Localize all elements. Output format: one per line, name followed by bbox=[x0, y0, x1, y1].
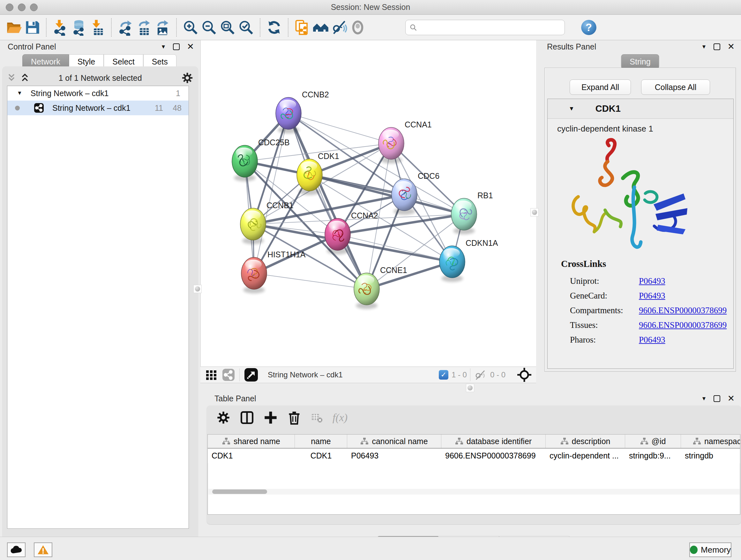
node-label: CDKN1A bbox=[466, 239, 498, 247]
search-input[interactable] bbox=[420, 23, 561, 32]
panel-close-icon[interactable]: ✕ bbox=[727, 394, 735, 403]
panel-close-icon[interactable]: ✕ bbox=[187, 43, 194, 51]
crosslink-link[interactable]: P06493 bbox=[639, 291, 665, 301]
node-table: shared namenamecanonical namedatabase id… bbox=[207, 434, 740, 515]
birds-eye-view-icon[interactable] bbox=[517, 368, 532, 382]
column-header[interactable]: canonical name bbox=[347, 435, 441, 448]
zoom-fit-button[interactable] bbox=[218, 18, 237, 37]
crosslink-link[interactable]: 9606.ENSP00000378699 bbox=[639, 306, 727, 315]
create-column-plus-icon[interactable] bbox=[264, 411, 278, 425]
network-edge[interactable] bbox=[254, 113, 288, 273]
column-header[interactable]: @id bbox=[625, 435, 681, 448]
panel-collapse-icon[interactable]: ▼ bbox=[701, 44, 707, 50]
panel-float-icon[interactable] bbox=[173, 44, 180, 50]
column-header[interactable]: database identifier bbox=[441, 435, 546, 448]
open-session-button[interactable] bbox=[4, 18, 23, 37]
save-session-button[interactable] bbox=[23, 18, 42, 37]
export-network-button[interactable] bbox=[116, 18, 135, 37]
column-header-label: shared name bbox=[233, 437, 280, 446]
column-header[interactable]: namespace bbox=[681, 435, 740, 448]
network-view-toolbar: String Network – cdk1 ✓ 1 - 0 0 - 0 bbox=[200, 367, 536, 383]
delete-table-icon[interactable] bbox=[311, 411, 323, 425]
column-header[interactable]: name bbox=[295, 435, 347, 448]
window-close-button[interactable] bbox=[6, 3, 13, 11]
collection-caret-icon[interactable]: ▼ bbox=[17, 90, 22, 97]
copy-network-pages-icon bbox=[294, 19, 311, 36]
table-options-gear-icon[interactable] bbox=[216, 411, 230, 425]
open-cytoscape-web-button[interactable] bbox=[293, 18, 312, 37]
cybrowser-home-button[interactable] bbox=[312, 18, 330, 37]
table-row[interactable]: CDK1CDK1P064939606.ENSP00000378699cyclin… bbox=[208, 449, 740, 463]
panel-float-icon[interactable] bbox=[714, 395, 720, 402]
network-node[interactable]: HIST1H1A bbox=[241, 250, 306, 294]
zoom-out-button[interactable] bbox=[200, 18, 218, 37]
panel-close-icon[interactable]: ✕ bbox=[727, 43, 735, 51]
import-network-file-button[interactable] bbox=[51, 18, 70, 37]
memory-button[interactable]: Memory bbox=[689, 543, 731, 557]
network-node[interactable]: CCNB2 bbox=[276, 90, 329, 133]
node-label: CCNE1 bbox=[380, 266, 407, 274]
network-edge[interactable] bbox=[254, 273, 367, 289]
apply-layout-button[interactable] bbox=[265, 18, 283, 37]
status-bar: Memory bbox=[0, 537, 741, 560]
network-node[interactable]: CDKN1A bbox=[440, 239, 498, 282]
network-node[interactable]: CDK1 bbox=[297, 152, 339, 195]
export-image-button[interactable] bbox=[153, 18, 172, 37]
network-node[interactable]: CDC25B bbox=[232, 138, 290, 181]
crosslink-link[interactable]: P06493 bbox=[639, 335, 665, 345]
warnings-button[interactable] bbox=[34, 543, 52, 557]
show-columns-icon[interactable] bbox=[240, 411, 254, 425]
window-minimize-button[interactable] bbox=[18, 3, 25, 11]
search-field[interactable] bbox=[405, 20, 565, 35]
toggle-graphics-details-button[interactable] bbox=[330, 18, 348, 37]
table-horizontal-scrollbar[interactable] bbox=[208, 489, 740, 495]
panel-float-icon[interactable] bbox=[714, 44, 720, 50]
window-zoom-button[interactable] bbox=[30, 3, 38, 11]
selected-indicator-checkbox[interactable]: ✓ bbox=[439, 370, 448, 380]
network-node[interactable]: CCNE1 bbox=[354, 266, 407, 309]
network-view-area: CCNB2CCNA1CDC25BCDK1CDC6RB1CCNB1CCNA2CDK… bbox=[200, 40, 536, 388]
table-cell: CDK1 bbox=[208, 449, 295, 463]
gene-header[interactable]: ▼ CDK1 bbox=[548, 99, 733, 119]
column-header[interactable]: description bbox=[546, 435, 625, 448]
help-button[interactable]: ? bbox=[580, 18, 598, 37]
export-table-button[interactable] bbox=[135, 18, 153, 37]
network-node[interactable]: RB1 bbox=[451, 191, 493, 234]
network-edge[interactable] bbox=[288, 113, 391, 143]
cloud-status-button[interactable] bbox=[7, 543, 25, 557]
network-collection-row[interactable]: ▼ String Network – cdk1 1 bbox=[7, 86, 189, 101]
zoom-selected-button[interactable] bbox=[237, 18, 255, 37]
expand-all-button[interactable]: Expand All bbox=[569, 79, 631, 95]
network-edge[interactable] bbox=[367, 262, 452, 289]
show-hide-panels-button[interactable] bbox=[348, 18, 367, 37]
zoom-in-button[interactable] bbox=[181, 18, 200, 37]
function-builder-icon[interactable]: f(x) bbox=[333, 412, 347, 424]
double-home-icon bbox=[313, 19, 329, 36]
import-table-file-button[interactable] bbox=[88, 18, 107, 37]
titlebar: Session: New Session bbox=[0, 0, 741, 15]
column-header[interactable]: shared name bbox=[208, 435, 295, 448]
gene-caret-icon[interactable]: ▼ bbox=[569, 105, 575, 112]
grid-view-icon[interactable] bbox=[205, 368, 218, 381]
panel-collapse-icon[interactable]: ▼ bbox=[701, 396, 707, 401]
network-canvas[interactable]: CCNB2CCNA1CDC25BCDK1CDC6RB1CCNB1CCNA2CDK… bbox=[200, 40, 536, 367]
tab-string[interactable]: String bbox=[621, 54, 659, 69]
network-row[interactable]: String Network – cdk1 11 48 bbox=[7, 101, 189, 115]
results-panel-title: Results Panel bbox=[547, 42, 596, 51]
crosslink-link[interactable]: P06493 bbox=[639, 276, 665, 286]
delete-column-trash-icon[interactable] bbox=[287, 411, 301, 425]
bottom-splitter-handle[interactable] bbox=[466, 384, 474, 392]
open-external-icon[interactable] bbox=[244, 368, 258, 382]
share-view-icon[interactable] bbox=[222, 368, 235, 381]
network-edge[interactable] bbox=[288, 113, 367, 289]
left-splitter-handle[interactable] bbox=[193, 285, 202, 293]
scrollbar-thumb[interactable] bbox=[212, 489, 267, 494]
import-network-database-button[interactable] bbox=[70, 18, 88, 37]
node-label: CDK1 bbox=[318, 152, 339, 161]
collection-count: 1 bbox=[176, 89, 180, 98]
crosslink-link[interactable]: 9606.ENSP00000378699 bbox=[639, 320, 727, 330]
collapse-all-button[interactable]: Collapse All bbox=[641, 79, 710, 95]
right-splitter-handle[interactable] bbox=[530, 208, 539, 216]
network-node[interactable]: CDC6 bbox=[392, 172, 440, 215]
panel-collapse-icon[interactable]: ▼ bbox=[161, 44, 166, 50]
